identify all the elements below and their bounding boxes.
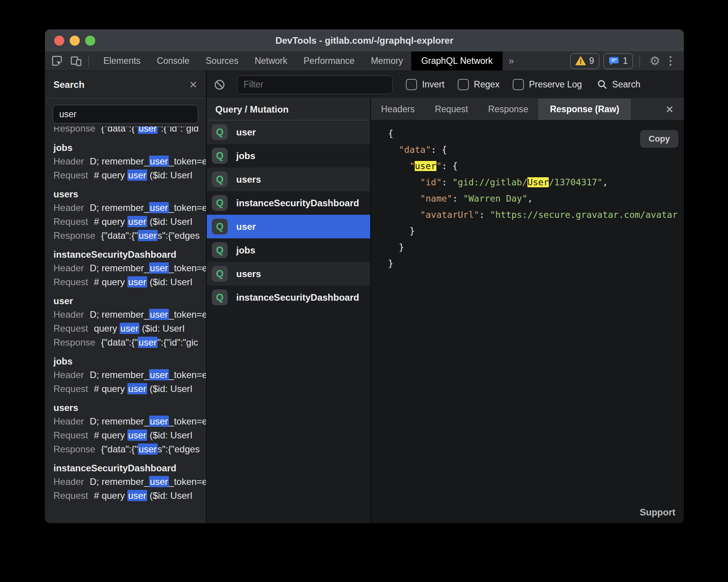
search-results: Response{"data":{"user":{"id":"gid jobsH… (45, 127, 206, 523)
search-result-row[interactable]: Response{"data":{"user":{"id":"gid (53, 127, 206, 135)
more-tabs-icon[interactable]: » (503, 55, 520, 67)
devtools-tab-performance[interactable]: Performance (295, 51, 363, 70)
search-result-row[interactable]: Requestquery user ($id: UserI (53, 322, 206, 336)
devtools-tab-graphql-network[interactable]: GraphQL Network (411, 51, 503, 70)
settings-gear-icon[interactable]: ⚙ (649, 55, 660, 67)
search-result-row-clipped[interactable]: Response{"data":{"user":{"id":"gid (53, 127, 206, 136)
search-panel: Search ✕ Response{"data":{"user":{"id":"… (45, 71, 207, 523)
filter-input[interactable] (237, 75, 393, 94)
search-result-row[interactable]: Response{"data":{"user":{"id":"gic (53, 336, 206, 349)
messages-badge[interactable]: 1 (603, 53, 633, 69)
copy-button[interactable]: Copy (640, 130, 678, 148)
result-text: {"data":{" (101, 337, 138, 347)
checkbox-invert[interactable]: Invert (406, 79, 445, 90)
search-result-row[interactable]: Request# query user ($id: UserI (53, 489, 206, 503)
query-item-jobs[interactable]: Qjobs (207, 144, 370, 168)
search-result-row[interactable]: Request# query user ($id: UserI (53, 168, 206, 182)
warnings-badge[interactable]: 9 (570, 53, 600, 69)
devtools-tab-sources[interactable]: Sources (197, 51, 246, 70)
detail-tab-response[interactable]: Response (478, 99, 539, 120)
search-result-row-label: Header (53, 416, 84, 426)
checkbox-regex[interactable]: Regex (458, 79, 500, 90)
search-result-row-label: Header (53, 370, 84, 380)
devtools-tab-strip: ElementsConsoleSourcesNetworkPerformance… (95, 51, 503, 70)
devtools-tab-console[interactable]: Console (149, 51, 197, 70)
search-result-group-users: usersHeaderD; remember_user_token=eReque… (53, 189, 206, 243)
minimize-window-button[interactable] (70, 36, 80, 46)
device-toolbar-icon[interactable] (70, 55, 82, 67)
checkbox-box-regex[interactable] (458, 79, 469, 90)
detail-tab-response-raw[interactable]: Response (Raw) (538, 99, 631, 120)
result-text: ($id: UserI (147, 490, 192, 501)
devtools-tab-memory[interactable]: Memory (363, 51, 411, 70)
search-result-row[interactable]: Request# query user ($id: UserI (53, 275, 206, 289)
json-token: : (441, 177, 452, 187)
search-result-row[interactable]: Request# query user ($id: UserI (53, 215, 206, 229)
search-result-row[interactable]: HeaderD; remember_user_token=e (53, 201, 206, 215)
json-line: { (388, 125, 684, 142)
search-result-row[interactable]: Request# query user ($id: UserI (53, 382, 206, 396)
devtools-tab-elements[interactable]: Elements (95, 51, 149, 70)
search-result-row-content: D; remember_user_token=e (90, 309, 206, 320)
kebab-menu-icon[interactable] (670, 56, 671, 66)
search-icon (597, 79, 608, 90)
close-window-button[interactable] (54, 36, 64, 46)
query-item-user[interactable]: Quser (207, 120, 370, 144)
search-result-row[interactable]: HeaderD; remember_user_token=e (53, 414, 206, 428)
zoom-window-button[interactable] (85, 36, 95, 46)
search-result-row-content: D; remember_user_token=e (90, 369, 206, 380)
json-token (388, 161, 409, 171)
toolbar-search-button[interactable]: Search (597, 79, 640, 90)
search-result-row[interactable]: HeaderD; remember_user_token=e (53, 368, 206, 382)
search-result-group-title[interactable]: jobs (53, 142, 206, 153)
result-text: # query (94, 430, 127, 440)
search-result-group-title[interactable]: users (53, 189, 206, 200)
warning-icon (575, 56, 586, 66)
query-item-users[interactable]: Qusers (207, 262, 370, 286)
result-text: # query (94, 383, 127, 394)
search-result-group-title[interactable]: users (53, 402, 206, 413)
inspect-element-icon[interactable] (51, 55, 63, 67)
detail-tab-request[interactable]: Request (425, 99, 478, 120)
search-result-group-title[interactable]: instanceSecurityDashboard (53, 463, 206, 474)
support-link[interactable]: Support (640, 507, 675, 518)
search-result-group-title[interactable]: user (53, 296, 206, 306)
search-result-row[interactable]: Response{"data":{"users":{"edges (53, 442, 206, 456)
match-highlight: user (127, 430, 147, 441)
search-result-row[interactable]: HeaderD; remember_user_token=e (53, 261, 206, 275)
query-item-label: user (236, 127, 256, 138)
match-highlight: user (127, 169, 147, 181)
result-text: D; remember_ (90, 476, 149, 487)
clear-block-icon[interactable] (214, 79, 225, 91)
search-result-row[interactable]: HeaderD; remember_user_token=e (53, 475, 206, 489)
result-text: ($id: UserI (147, 430, 192, 440)
result-text: _token=e (169, 416, 206, 426)
json-token: " (436, 161, 442, 171)
query-item-users[interactable]: Qusers (207, 168, 370, 191)
search-result-row[interactable]: HeaderD; remember_user_token=e (53, 154, 206, 168)
search-result-group-title[interactable]: instanceSecurityDashboard (53, 249, 206, 260)
checkbox-box-preserve-log[interactable] (513, 79, 524, 90)
json-line: } (388, 223, 684, 239)
result-text: {"data":{" (101, 230, 138, 241)
search-result-row[interactable]: Response{"data":{"users":{"edges (53, 229, 206, 243)
result-text: _token=e (169, 309, 206, 320)
search-input[interactable] (53, 105, 198, 123)
query-item-instancesecuritydashboard[interactable]: QinstanceSecurityDashboard (207, 286, 370, 309)
query-item-instancesecuritydashboard[interactable]: QinstanceSecurityDashboard (207, 191, 370, 215)
match-highlight: user (138, 230, 158, 241)
devtools-tab-network[interactable]: Network (247, 51, 295, 70)
search-result-group-title[interactable]: jobs (53, 356, 206, 367)
query-item-jobs[interactable]: Qjobs (207, 238, 370, 262)
checkbox-box-invert[interactable] (406, 79, 417, 90)
detail-tab-headers[interactable]: Headers (371, 99, 425, 120)
result-text: D; remember_ (90, 309, 149, 320)
json-token: "name" (420, 193, 452, 204)
search-panel-close-icon[interactable]: ✕ (189, 80, 197, 90)
detail-panel-close-icon[interactable]: ✕ (665, 104, 684, 115)
search-result-row[interactable]: HeaderD; remember_user_token=e (53, 308, 206, 322)
search-result-row-label: Header (53, 156, 84, 166)
query-item-user[interactable]: Quser (207, 215, 370, 238)
search-result-row[interactable]: Request# query user ($id: UserI (53, 428, 206, 442)
checkbox-preserve-log[interactable]: Preserve Log (513, 79, 582, 90)
